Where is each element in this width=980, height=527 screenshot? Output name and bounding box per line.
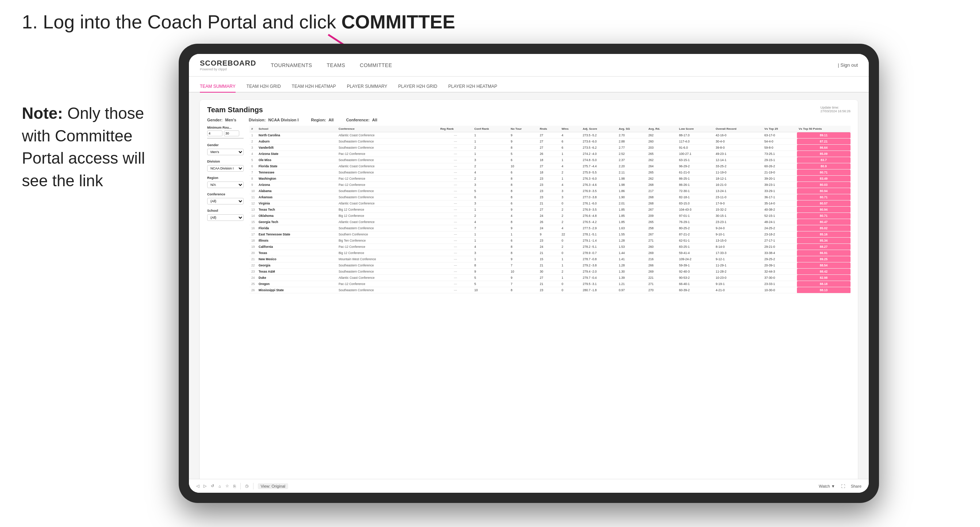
min-rounds-input2[interactable] <box>224 130 239 136</box>
table-cell: Southeastern Conference <box>337 268 438 275</box>
school-select[interactable]: (All) <box>207 214 243 221</box>
table-cell: 90-53-2 <box>677 275 714 281</box>
table-cell: 5 <box>473 281 509 287</box>
division-select[interactable]: NCAA Division I <box>207 165 243 171</box>
table-cell: — <box>438 170 473 176</box>
table-row[interactable]: 2AuburnSoutheastern Conference—19276273.… <box>250 138 851 145</box>
nav-teams[interactable]: TEAMS <box>327 61 345 70</box>
content-area: Team Standings Update time: 27/03/2024 1… <box>189 92 869 493</box>
table-cell: 83.7 <box>797 157 851 163</box>
table-cell: 1.85 <box>617 206 646 213</box>
table-row[interactable]: 6Florida StateAtlantic Coast Conference—… <box>250 163 851 170</box>
toolbar-clock-btn[interactable]: ◷ <box>245 484 249 488</box>
table-row[interactable]: 20TexasBig 12 Conference—38210278.9 -0.7… <box>250 250 851 256</box>
table-cell: 85.09 <box>797 151 851 157</box>
tab-player-summary[interactable]: PLAYER SUMMARY <box>347 84 387 92</box>
table-row[interactable]: 15Georgia TechAtlantic Coast Conference—… <box>250 219 851 225</box>
table-row[interactable]: 11ArkansasSoutheastern Conference—682332… <box>250 194 851 200</box>
table-cell: 72-30-1 <box>677 188 714 194</box>
table-cell: Southeastern Conference <box>337 287 438 294</box>
table-row[interactable]: 23Texas A&MSoutheastern Conference—91030… <box>250 268 851 275</box>
table-cell: Oklahoma <box>257 213 337 219</box>
table-cell: 30-15-1 <box>714 213 762 219</box>
division-filter-label: Division <box>207 160 243 163</box>
table-cell: 80.9 <box>797 163 851 170</box>
toolbar-share-btn[interactable]: Share <box>851 484 861 488</box>
table-row[interactable]: 14OklahomaBig 12 Conference—24242276.6 -… <box>250 213 851 219</box>
toolbar-expand-btn[interactable]: ⛶ <box>841 484 845 488</box>
tab-player-h2h-heatmap[interactable]: PLAYER H2H HEATMAP <box>448 84 497 92</box>
table-cell: 276.9 -3.5 <box>581 206 617 213</box>
conference-select[interactable]: (All) <box>207 198 243 205</box>
table-cell: 24 <box>538 244 560 250</box>
table-cell: Southeastern Conference <box>337 145 438 151</box>
toolbar-view-original[interactable]: View: Original <box>258 483 288 489</box>
gender-value: Men's <box>225 118 236 122</box>
nav-committee[interactable]: COMMITTEE <box>360 61 393 70</box>
table-row[interactable]: 13Texas TechBig 12 Conference—19272276.9… <box>250 206 851 213</box>
table-row[interactable]: 18IllinoisBig Ten Conference—16230279.1 … <box>250 238 851 244</box>
table-row[interactable]: 3VanderbiltSoutheastern Conference—28276… <box>250 145 851 151</box>
toolbar-bookmark-btn[interactable]: ☆ <box>225 484 229 488</box>
table-cell: 264 <box>647 163 677 170</box>
gender-select[interactable]: Men's <box>207 149 243 155</box>
table-cell: Atlantic Coast Conference <box>337 219 438 225</box>
table-row[interactable]: 19CaliforniaPac-12 Conference—48242278.2… <box>250 244 851 250</box>
table-row[interactable]: 16FloridaSoutheastern Conference—7924427… <box>250 225 851 232</box>
table-cell: 276.1 -6.0 <box>581 200 617 206</box>
table-cell: — <box>438 176 473 182</box>
table-row[interactable]: 21New MexicoMountain West Conference—191… <box>250 256 851 262</box>
table-row[interactable]: 8WashingtonPac-12 Conference—28231276.3 … <box>250 176 851 182</box>
table-row[interactable]: 25OregonPac-12 Conference—57210279.5 -3.… <box>250 281 851 287</box>
table-cell: 260 <box>647 244 677 250</box>
table-cell: — <box>438 138 473 145</box>
gender-filter-display: Gender: Men's <box>207 118 238 122</box>
toolbar-forward-btn[interactable]: ▷ <box>204 484 207 488</box>
table-row[interactable]: 1North CarolinaAtlantic Coast Conference… <box>250 132 851 138</box>
table-cell: 273.6 -6.0 <box>581 138 617 145</box>
table-row[interactable]: 4Arizona StatePac-12 Conference—15261274… <box>250 151 851 157</box>
table-cell: 267 <box>647 232 677 238</box>
min-rounds-slider[interactable] <box>207 138 243 139</box>
conference-filter: Conference (All) <box>207 192 243 205</box>
table-cell: 59-39-1 <box>677 262 714 268</box>
tab-team-h2h-grid[interactable]: TEAM H2H GRID <box>247 84 281 92</box>
table-cell: 9-24-0 <box>714 225 762 232</box>
table-row[interactable]: 24DukeAtlantic Coast Conference—59271279… <box>250 275 851 281</box>
region-select[interactable]: N/A <box>207 181 243 188</box>
table-cell: 262 <box>647 157 677 163</box>
table-cell: Atlantic Coast Conference <box>337 163 438 170</box>
table-cell: 274.8 -5.0 <box>581 157 617 163</box>
standings-table-container[interactable]: # School Conference Reg Rank Conf Rank N… <box>250 126 851 467</box>
toolbar-refresh-btn[interactable]: ↺ <box>211 484 214 488</box>
nav-tournaments[interactable]: TOURNAMENTS <box>270 61 312 70</box>
tab-team-h2h-heatmap[interactable]: TEAM H2H HEATMAP <box>292 84 336 92</box>
toolbar-home-btn[interactable]: ⌂ <box>218 484 221 488</box>
table-row[interactable]: 22GeorgiaSoutheastern Conference—8721127… <box>250 262 851 268</box>
col-avg-sg: Avg. SG <box>617 126 646 132</box>
toolbar-back-btn[interactable]: ◁ <box>196 484 199 488</box>
sign-out-link[interactable]: | Sign out <box>838 62 858 68</box>
tablet-device: SCOREBOARD Powered by clippd TOURNAMENTS… <box>179 44 879 503</box>
table-cell: 23 <box>538 287 560 294</box>
table-cell: 80.94 <box>797 188 851 194</box>
table-cell: 8 <box>509 176 538 182</box>
min-rounds-input1[interactable] <box>207 130 223 136</box>
table-row[interactable]: 10AlabamaSoutheastern Conference—5823327… <box>250 188 851 194</box>
table-cell: 1 <box>473 256 509 262</box>
logo-subtitle: Powered by clippd <box>200 67 256 71</box>
toolbar-copy-btn[interactable]: ⎘ <box>234 484 236 488</box>
table-row[interactable]: 26Mississippi StateSoutheastern Conferen… <box>250 287 851 294</box>
school-filter-label: School <box>207 209 243 213</box>
tab-team-summary[interactable]: TEAM SUMMARY <box>200 84 235 92</box>
table-cell: 2 <box>473 145 509 151</box>
table-row[interactable]: 17East Tennessee StateSouthern Conferenc… <box>250 232 851 238</box>
table-row[interactable]: 12VirginiaAtlantic Coast Conference—3621… <box>250 200 851 206</box>
table-row[interactable]: 9ArizonaPac-12 Conference—38234276.3 -4.… <box>250 182 851 188</box>
toolbar-watch-btn[interactable]: Watch ▼ <box>819 484 835 488</box>
table-row[interactable]: 7TennesseeSoutheastern Conference—461822… <box>250 170 851 176</box>
table-cell: 3 <box>473 157 509 163</box>
table-cell: 10-23-0 <box>714 275 762 281</box>
table-row[interactable]: 5Ole MissSoutheastern Conference—3618127… <box>250 157 851 163</box>
tab-player-h2h-grid[interactable]: PLAYER H2H GRID <box>398 84 437 92</box>
